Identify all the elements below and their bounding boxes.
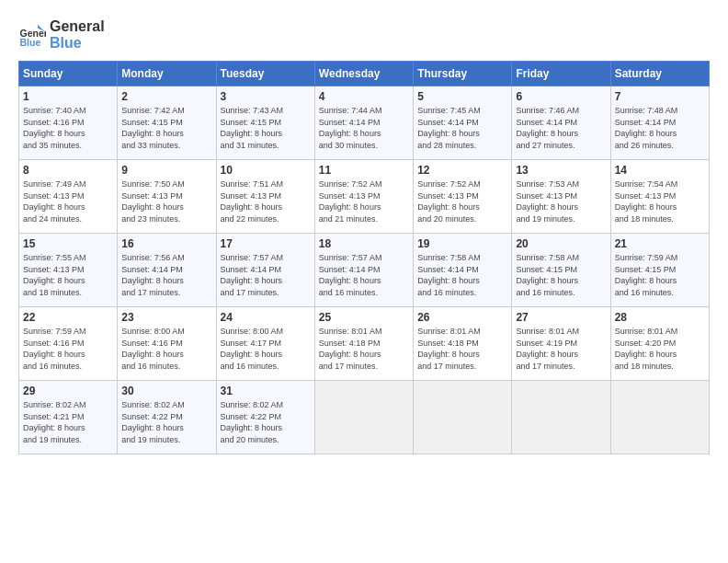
day-30: 30Sunrise: 8:02 AM Sunset: 4:22 PM Dayli…	[118, 381, 216, 454]
day-16: 16Sunrise: 7:56 AM Sunset: 4:14 PM Dayli…	[118, 234, 216, 307]
calendar-week-2: 8Sunrise: 7:49 AM Sunset: 4:13 PM Daylig…	[19, 160, 710, 234]
day-15: 15Sunrise: 7:55 AM Sunset: 4:13 PM Dayli…	[19, 234, 118, 307]
day-26: 26Sunrise: 8:01 AM Sunset: 4:18 PM Dayli…	[414, 307, 512, 381]
day-10: 10Sunrise: 7:51 AM Sunset: 4:13 PM Dayli…	[216, 160, 314, 234]
header-tuesday: Tuesday	[216, 62, 314, 86]
day-17: 17Sunrise: 7:57 AM Sunset: 4:14 PM Dayli…	[216, 234, 314, 307]
header-sunday: Sunday	[19, 62, 118, 86]
day-2: 2Sunrise: 7:42 AM Sunset: 4:15 PM Daylig…	[118, 86, 216, 160]
empty-day	[512, 381, 610, 454]
day-25: 25Sunrise: 8:01 AM Sunset: 4:18 PM Dayli…	[314, 307, 413, 381]
day-11: 11Sunrise: 7:52 AM Sunset: 4:13 PM Dayli…	[314, 160, 413, 234]
header-wednesday: Wednesday	[314, 62, 413, 86]
logo: General Blue General Blue	[18, 18, 105, 52]
day-12: 12Sunrise: 7:52 AM Sunset: 4:13 PM Dayli…	[414, 160, 512, 234]
logo-blue: Blue	[50, 35, 105, 52]
calendar-week-3: 15Sunrise: 7:55 AM Sunset: 4:13 PM Dayli…	[19, 234, 710, 307]
day-27: 27Sunrise: 8:01 AM Sunset: 4:19 PM Dayli…	[512, 307, 610, 381]
calendar-week-5: 29Sunrise: 8:02 AM Sunset: 4:21 PM Dayli…	[19, 381, 710, 454]
header-thursday: Thursday	[414, 62, 512, 86]
day-13: 13Sunrise: 7:53 AM Sunset: 4:13 PM Dayli…	[512, 160, 610, 234]
empty-day	[414, 381, 512, 454]
day-20: 20Sunrise: 7:58 AM Sunset: 4:15 PM Dayli…	[512, 234, 610, 307]
empty-day	[314, 381, 413, 454]
day-29: 29Sunrise: 8:02 AM Sunset: 4:21 PM Dayli…	[19, 381, 118, 454]
day-18: 18Sunrise: 7:57 AM Sunset: 4:14 PM Dayli…	[314, 234, 413, 307]
day-3: 3Sunrise: 7:43 AM Sunset: 4:15 PM Daylig…	[216, 86, 314, 160]
day-24: 24Sunrise: 8:00 AM Sunset: 4:17 PM Dayli…	[216, 307, 314, 381]
calendar-week-1: 1Sunrise: 7:40 AM Sunset: 4:16 PM Daylig…	[19, 86, 710, 160]
day-1: 1Sunrise: 7:40 AM Sunset: 4:16 PM Daylig…	[19, 86, 118, 160]
logo-icon: General Blue	[18, 21, 46, 49]
header-saturday: Saturday	[610, 62, 709, 86]
day-7: 7Sunrise: 7:48 AM Sunset: 4:14 PM Daylig…	[610, 86, 709, 160]
day-5: 5Sunrise: 7:45 AM Sunset: 4:14 PM Daylig…	[414, 86, 512, 160]
day-14: 14Sunrise: 7:54 AM Sunset: 4:13 PM Dayli…	[610, 160, 709, 234]
day-23: 23Sunrise: 8:00 AM Sunset: 4:16 PM Dayli…	[118, 307, 216, 381]
day-22: 22Sunrise: 7:59 AM Sunset: 4:16 PM Dayli…	[19, 307, 118, 381]
day-28: 28Sunrise: 8:01 AM Sunset: 4:20 PM Dayli…	[610, 307, 709, 381]
day-19: 19Sunrise: 7:58 AM Sunset: 4:14 PM Dayli…	[414, 234, 512, 307]
calendar-table: SundayMondayTuesdayWednesdayThursdayFrid…	[18, 61, 710, 454]
day-4: 4Sunrise: 7:44 AM Sunset: 4:14 PM Daylig…	[314, 86, 413, 160]
day-31: 31Sunrise: 8:02 AM Sunset: 4:22 PM Dayli…	[216, 381, 314, 454]
calendar-header-row: SundayMondayTuesdayWednesdayThursdayFrid…	[19, 62, 710, 86]
day-9: 9Sunrise: 7:50 AM Sunset: 4:13 PM Daylig…	[118, 160, 216, 234]
page-header: General Blue General Blue	[18, 18, 710, 52]
day-21: 21Sunrise: 7:59 AM Sunset: 4:15 PM Dayli…	[610, 234, 709, 307]
day-6: 6Sunrise: 7:46 AM Sunset: 4:14 PM Daylig…	[512, 86, 610, 160]
day-8: 8Sunrise: 7:49 AM Sunset: 4:13 PM Daylig…	[19, 160, 118, 234]
logo-general: General	[50, 18, 105, 35]
header-monday: Monday	[118, 62, 216, 86]
header-friday: Friday	[512, 62, 610, 86]
calendar-week-4: 22Sunrise: 7:59 AM Sunset: 4:16 PM Dayli…	[19, 307, 710, 381]
svg-text:Blue: Blue	[20, 37, 41, 48]
empty-day	[610, 381, 709, 454]
